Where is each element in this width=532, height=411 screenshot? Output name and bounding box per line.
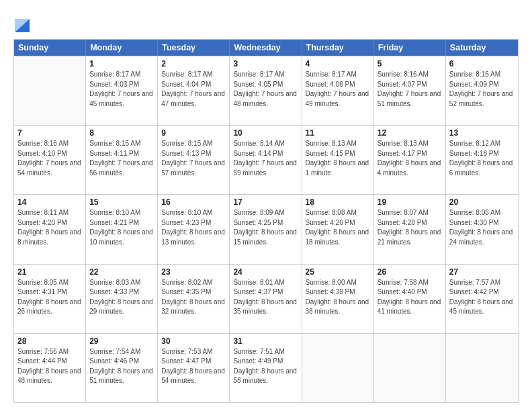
day-number: 5 [378,59,442,68]
day-number: 23 [161,267,226,277]
header-cell-saturday: Saturday [446,40,518,56]
day-number: 24 [233,267,298,277]
day-number: 27 [449,267,515,277]
calendar-cell: 17Sunrise: 8:09 AM Sunset: 4:25 PM Dayli… [230,195,302,263]
day-number: 19 [378,197,442,207]
day-number: 8 [89,128,154,138]
calendar-cell: 31Sunrise: 7:51 AM Sunset: 4:49 PM Dayli… [230,334,302,402]
calendar-cell: 25Sunrise: 8:00 AM Sunset: 4:38 PM Dayli… [302,265,374,333]
calendar-cell: 21Sunrise: 8:05 AM Sunset: 4:31 PM Dayli… [14,265,86,333]
day-info: Sunrise: 8:00 AM Sunset: 4:38 PM Dayligh… [306,278,370,317]
header-cell-friday: Friday [374,40,446,56]
calendar-row-4: 21Sunrise: 8:05 AM Sunset: 4:31 PM Dayli… [14,264,518,333]
calendar-cell: 8Sunrise: 8:15 AM Sunset: 4:11 PM Daylig… [86,126,158,194]
day-info: Sunrise: 8:13 AM Sunset: 4:15 PM Dayligh… [306,139,370,178]
page: SundayMondayTuesdayWednesdayThursdayFrid… [0,0,532,411]
day-info: Sunrise: 7:56 AM Sunset: 4:44 PM Dayligh… [17,347,82,386]
calendar: SundayMondayTuesdayWednesdayThursdayFrid… [13,39,519,403]
day-info: Sunrise: 8:06 AM Sunset: 4:30 PM Dayligh… [449,208,515,247]
calendar-cell: 1Sunrise: 8:17 AM Sunset: 4:03 PM Daylig… [86,56,158,125]
calendar-cell: 19Sunrise: 8:07 AM Sunset: 4:28 PM Dayli… [374,195,446,263]
calendar-cell: 15Sunrise: 8:10 AM Sunset: 4:21 PM Dayli… [86,195,158,263]
day-number: 11 [306,128,370,138]
calendar-cell: 22Sunrise: 8:03 AM Sunset: 4:33 PM Dayli… [86,265,158,333]
calendar-cell: 26Sunrise: 7:58 AM Sunset: 4:40 PM Dayli… [374,265,446,333]
day-info: Sunrise: 8:02 AM Sunset: 4:35 PM Dayligh… [161,278,226,317]
calendar-cell: 18Sunrise: 8:08 AM Sunset: 4:26 PM Dayli… [302,195,374,263]
day-info: Sunrise: 8:15 AM Sunset: 4:13 PM Dayligh… [161,139,226,178]
day-info: Sunrise: 8:15 AM Sunset: 4:11 PM Dayligh… [89,139,154,178]
calendar-header: SundayMondayTuesdayWednesdayThursdayFrid… [14,40,518,56]
day-info: Sunrise: 8:16 AM Sunset: 4:09 PM Dayligh… [449,70,515,109]
day-number: 28 [17,336,82,346]
calendar-cell: 13Sunrise: 8:12 AM Sunset: 4:18 PM Dayli… [446,126,518,194]
day-number: 6 [449,59,515,68]
logo [13,13,30,34]
header-cell-thursday: Thursday [302,40,374,56]
day-number: 25 [306,267,370,277]
day-number: 20 [449,197,515,207]
calendar-cell: 12Sunrise: 8:13 AM Sunset: 4:17 PM Dayli… [374,126,446,194]
calendar-cell: 2Sunrise: 8:17 AM Sunset: 4:04 PM Daylig… [158,56,230,125]
calendar-cell: 20Sunrise: 8:06 AM Sunset: 4:30 PM Dayli… [446,195,518,263]
calendar-cell: 5Sunrise: 8:16 AM Sunset: 4:07 PM Daylig… [374,56,446,125]
calendar-cell [374,334,446,402]
calendar-cell: 11Sunrise: 8:13 AM Sunset: 4:15 PM Dayli… [302,126,374,194]
calendar-cell: 3Sunrise: 8:17 AM Sunset: 4:05 PM Daylig… [230,56,302,125]
day-info: Sunrise: 8:01 AM Sunset: 4:37 PM Dayligh… [233,278,298,317]
day-info: Sunrise: 8:17 AM Sunset: 4:04 PM Dayligh… [161,70,226,109]
day-number: 9 [161,128,226,138]
day-number: 16 [161,197,226,207]
day-number: 7 [17,128,82,138]
day-info: Sunrise: 8:16 AM Sunset: 4:07 PM Dayligh… [378,70,442,109]
calendar-cell [14,56,86,125]
day-number: 14 [17,197,82,207]
day-number: 4 [306,59,370,68]
calendar-cell: 27Sunrise: 7:57 AM Sunset: 4:42 PM Dayli… [446,265,518,333]
day-info: Sunrise: 8:07 AM Sunset: 4:28 PM Dayligh… [378,208,442,247]
day-info: Sunrise: 8:10 AM Sunset: 4:21 PM Dayligh… [89,208,154,247]
day-info: Sunrise: 8:09 AM Sunset: 4:25 PM Dayligh… [233,208,298,247]
day-number: 31 [233,336,298,346]
day-number: 1 [89,59,154,68]
calendar-row-2: 7Sunrise: 8:16 AM Sunset: 4:10 PM Daylig… [14,125,518,194]
day-number: 3 [233,59,298,68]
day-number: 21 [17,267,82,277]
day-info: Sunrise: 8:05 AM Sunset: 4:31 PM Dayligh… [17,278,82,317]
header-cell-sunday: Sunday [14,40,86,56]
calendar-cell: 9Sunrise: 8:15 AM Sunset: 4:13 PM Daylig… [158,126,230,194]
day-info: Sunrise: 7:58 AM Sunset: 4:40 PM Dayligh… [378,278,442,317]
calendar-cell: 6Sunrise: 8:16 AM Sunset: 4:09 PM Daylig… [446,56,518,125]
calendar-cell: 29Sunrise: 7:54 AM Sunset: 4:46 PM Dayli… [86,334,158,402]
day-info: Sunrise: 8:16 AM Sunset: 4:10 PM Dayligh… [17,139,82,178]
day-info: Sunrise: 7:53 AM Sunset: 4:47 PM Dayligh… [161,347,226,386]
day-info: Sunrise: 8:03 AM Sunset: 4:33 PM Dayligh… [89,278,154,317]
calendar-cell: 4Sunrise: 8:17 AM Sunset: 4:06 PM Daylig… [302,56,374,125]
calendar-cell: 10Sunrise: 8:14 AM Sunset: 4:14 PM Dayli… [230,126,302,194]
calendar-cell [302,334,374,402]
day-number: 26 [378,267,442,277]
calendar-cell: 14Sunrise: 8:11 AM Sunset: 4:20 PM Dayli… [14,195,86,263]
calendar-cell [446,334,518,402]
calendar-body: 1Sunrise: 8:17 AM Sunset: 4:03 PM Daylig… [14,56,518,402]
header-cell-wednesday: Wednesday [230,40,302,56]
day-number: 22 [89,267,154,277]
calendar-cell: 23Sunrise: 8:02 AM Sunset: 4:35 PM Dayli… [158,265,230,333]
day-info: Sunrise: 8:08 AM Sunset: 4:26 PM Dayligh… [306,208,370,247]
day-info: Sunrise: 8:11 AM Sunset: 4:20 PM Dayligh… [17,208,82,247]
day-info: Sunrise: 8:17 AM Sunset: 4:05 PM Dayligh… [233,70,298,109]
calendar-row-1: 1Sunrise: 8:17 AM Sunset: 4:03 PM Daylig… [14,56,518,125]
calendar-row-3: 14Sunrise: 8:11 AM Sunset: 4:20 PM Dayli… [14,194,518,263]
day-info: Sunrise: 8:17 AM Sunset: 4:03 PM Dayligh… [89,70,154,109]
calendar-row-5: 28Sunrise: 7:56 AM Sunset: 4:44 PM Dayli… [14,333,518,402]
day-info: Sunrise: 8:17 AM Sunset: 4:06 PM Dayligh… [306,70,370,109]
day-info: Sunrise: 8:12 AM Sunset: 4:18 PM Dayligh… [449,139,515,178]
day-number: 2 [161,59,226,68]
header-cell-tuesday: Tuesday [158,40,230,56]
day-info: Sunrise: 7:54 AM Sunset: 4:46 PM Dayligh… [89,347,154,386]
day-number: 10 [233,128,298,138]
day-info: Sunrise: 8:10 AM Sunset: 4:23 PM Dayligh… [161,208,226,247]
calendar-cell: 16Sunrise: 8:10 AM Sunset: 4:23 PM Dayli… [158,195,230,263]
day-number: 29 [89,336,154,346]
header [13,11,519,34]
